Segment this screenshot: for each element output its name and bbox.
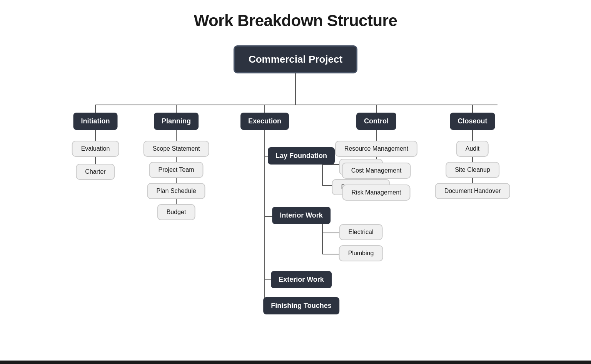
node-audit: Audit <box>456 141 489 157</box>
footer: PM ProjectManager <box>0 361 591 364</box>
node-electrical: Electrical <box>339 224 383 240</box>
node-finishing-touches: Finishing Touches <box>263 297 339 314</box>
node-evaluation: Evaluation <box>72 141 119 157</box>
node-plan-schedule: Plan Schedule <box>147 183 205 199</box>
node-plumbing: Plumbing <box>339 245 383 261</box>
branch-planning: Planning <box>154 113 199 130</box>
node-document-handover: Document Handover <box>435 183 510 199</box>
branch-initiation: Initiation <box>73 113 118 130</box>
root-node: Commercial Project <box>234 45 357 73</box>
node-budget: Budget <box>157 204 195 220</box>
wbs-diagram: Commercial Project Initiation Evaluation… <box>11 42 580 353</box>
node-cost-management: Cost Management <box>342 163 411 179</box>
node-lay-foundation: Lay Foundation <box>268 147 335 165</box>
branch-execution: Execution <box>240 113 289 130</box>
node-interior-work: Interior Work <box>272 207 331 224</box>
branch-control: Control <box>356 113 396 130</box>
node-risk-management: Risk Management <box>342 184 411 201</box>
node-site-cleanup: Site Cleanup <box>446 162 499 178</box>
page-title: Work Breakdown Structure <box>194 12 397 30</box>
node-charter: Charter <box>76 164 115 180</box>
node-resource-management: Resource Management <box>335 141 417 157</box>
node-project-team: Project Team <box>149 162 203 178</box>
node-scope-statement: Scope Statement <box>144 141 209 157</box>
node-exterior-work: Exterior Work <box>271 271 332 288</box>
branch-closeout: Closeout <box>450 113 495 130</box>
